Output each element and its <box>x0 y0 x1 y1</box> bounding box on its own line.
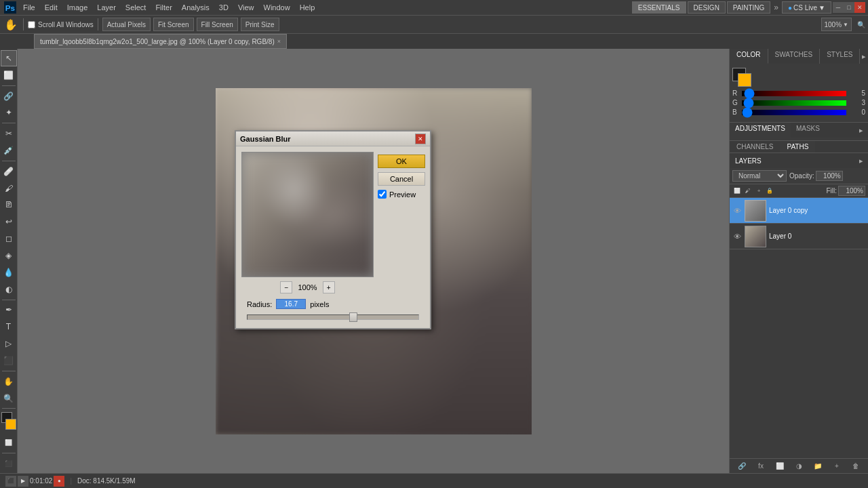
actual-pixels-btn[interactable]: Actual Pixels <box>102 18 151 31</box>
fill-screen-btn[interactable]: Fill Screen <box>197 18 238 31</box>
eraser-tool[interactable]: ◻ <box>1 230 17 247</box>
ok-button[interactable]: OK <box>378 155 425 168</box>
clone-stamp-tool[interactable]: 🖹 <box>1 197 17 214</box>
layers-tab[interactable]: LAYERS <box>730 155 767 167</box>
adjustment-layer-btn[interactable]: ◑ <box>793 461 804 472</box>
menu-view[interactable]: View <box>234 2 258 13</box>
maximize-button[interactable]: □ <box>844 2 854 13</box>
gradient-tool[interactable]: ◈ <box>1 247 17 264</box>
path-selection-tool[interactable]: ▷ <box>1 336 17 352</box>
channels-tab-top[interactable]: CHANNELS <box>730 141 780 152</box>
background-color[interactable] <box>5 419 16 430</box>
green-slider[interactable] <box>742 100 846 106</box>
fill-input[interactable] <box>838 186 865 196</box>
lock-position-icon[interactable]: + <box>754 186 764 196</box>
dodge-tool[interactable]: ◐ <box>1 281 17 298</box>
foreground-background-color[interactable] <box>0 412 18 430</box>
radius-input[interactable] <box>276 299 306 309</box>
adjustments-tab[interactable]: ADJUSTMENTS <box>730 123 791 138</box>
add-mask-btn[interactable]: ⬜ <box>774 461 785 472</box>
preview-checkbox[interactable] <box>378 190 387 199</box>
document-tab[interactable]: tumblr_lqoobb5l8b1qmg2w2o1_500_large.jpg… <box>34 34 287 49</box>
zoom-tool[interactable]: 🔍 <box>1 390 17 407</box>
menu-help[interactable]: Help <box>296 2 319 13</box>
quick-mask-mode[interactable]: ⬜ <box>1 434 17 451</box>
fit-screen-btn[interactable]: Fit Screen <box>153 18 194 31</box>
styles-tab[interactable]: STYLES <box>820 49 860 64</box>
brush-tool[interactable]: 🖌 <box>1 180 17 197</box>
layer-name: Layer 0 copy <box>769 207 865 214</box>
layer-styles-btn[interactable]: fx <box>755 461 766 472</box>
link-layers-btn[interactable]: 🔗 <box>736 461 747 472</box>
healing-brush-tool[interactable]: 🩹 <box>1 163 17 180</box>
paths-tab-top[interactable]: PATHS <box>780 141 815 152</box>
menu-image[interactable]: Image <box>63 2 92 13</box>
zoom-dropdown[interactable]: 100%▼ <box>821 18 852 31</box>
doc-tab-close[interactable]: × <box>277 38 281 45</box>
color-tab[interactable]: COLOR <box>730 49 768 64</box>
essentials-workspace-btn[interactable]: ESSENTIALS <box>632 1 686 14</box>
gaussian-blur-dialog[interactable]: Gaussian Blur ✕ − 100% + <box>235 130 431 329</box>
adj-panel-collapse[interactable]: ▸ <box>854 123 868 138</box>
zoom-in-btn[interactable]: + <box>323 281 335 293</box>
close-button[interactable]: ✕ <box>854 2 865 13</box>
menu-analysis[interactable]: Analysis <box>178 2 214 13</box>
marquee-tool[interactable]: ⬜ <box>1 67 17 83</box>
layer-visibility-icon[interactable]: 👁 <box>732 206 742 216</box>
swatches-tab[interactable]: SWATCHES <box>768 49 821 64</box>
record-btn[interactable]: ● <box>54 476 64 487</box>
workspace-more-icon[interactable]: » <box>772 3 781 12</box>
eyedropper-tool[interactable]: 💉 <box>1 142 17 159</box>
lock-all-icon[interactable]: 🔒 <box>765 186 774 196</box>
painting-workspace-btn[interactable]: PAINTING <box>727 1 770 14</box>
text-tool[interactable]: T <box>1 319 17 335</box>
hand-tool[interactable]: ✋ <box>1 373 17 390</box>
new-layer-btn[interactable]: + <box>831 461 842 472</box>
design-workspace-btn[interactable]: DESIGN <box>688 1 726 14</box>
cancel-button[interactable]: Cancel <box>378 172 425 186</box>
lasso-tool[interactable]: 🔗 <box>1 88 17 104</box>
layer-visibility-icon[interactable]: 👁 <box>732 232 742 241</box>
radius-slider-track[interactable] <box>247 314 419 320</box>
minimize-button[interactable]: ─ <box>833 2 844 13</box>
blur-tool[interactable]: 💧 <box>1 264 17 281</box>
fg-bg-swatches[interactable] <box>732 68 751 87</box>
layers-panel-collapse[interactable]: ▸ <box>854 157 868 165</box>
stop-btn[interactable]: ⬛ <box>5 476 16 487</box>
preview-checkbox-label[interactable]: Preview <box>378 190 425 199</box>
radius-slider-thumb[interactable] <box>349 312 357 322</box>
blue-slider[interactable] <box>742 110 846 115</box>
move-tool[interactable]: ↖ <box>1 50 17 66</box>
menu-3d[interactable]: 3D <box>215 2 233 13</box>
crop-tool[interactable]: ✂ <box>1 125 17 142</box>
lock-transparent-icon[interactable]: ⬜ <box>732 186 742 196</box>
lock-image-icon[interactable]: 🖌 <box>743 186 753 196</box>
menu-layer[interactable]: Layer <box>93 2 120 13</box>
masks-tab[interactable]: MASKS <box>791 123 825 138</box>
pen-tool[interactable]: ✒ <box>1 302 17 319</box>
color-panel-collapse[interactable]: ▸ <box>860 49 868 64</box>
screen-mode[interactable]: ⬛ <box>1 455 17 472</box>
layer-item[interactable]: 👁 Layer 0 <box>730 224 868 249</box>
menu-select[interactable]: Select <box>121 2 151 13</box>
background-swatch[interactable] <box>738 73 751 87</box>
quick-select-tool[interactable]: ✦ <box>1 104 17 121</box>
menu-filter[interactable]: Filter <box>151 2 176 13</box>
blend-mode-dropdown[interactable]: Normal <box>732 170 787 182</box>
menu-window[interactable]: Window <box>260 2 294 13</box>
shape-tool[interactable]: ⬛ <box>1 352 17 369</box>
group-layers-btn[interactable]: 📁 <box>812 461 823 472</box>
history-brush-tool[interactable]: ↩ <box>1 214 17 230</box>
print-size-btn[interactable]: Print Size <box>241 18 279 31</box>
cs-live-btn[interactable]: ● CS Live ▼ <box>782 1 831 14</box>
play-btn[interactable]: ▶ <box>18 476 28 487</box>
red-slider[interactable] <box>742 91 846 96</box>
layer-item[interactable]: 👁 Layer 0 copy <box>730 198 868 224</box>
opacity-input[interactable] <box>816 171 843 181</box>
zoom-out-btn[interactable]: − <box>280 281 292 293</box>
delete-layer-btn[interactable]: 🗑 <box>850 461 861 472</box>
menu-file[interactable]: File <box>19 2 39 13</box>
scroll-all-windows-checkbox[interactable] <box>28 21 35 28</box>
menu-edit[interactable]: Edit <box>41 2 62 13</box>
dialog-close-button[interactable]: ✕ <box>415 134 426 144</box>
